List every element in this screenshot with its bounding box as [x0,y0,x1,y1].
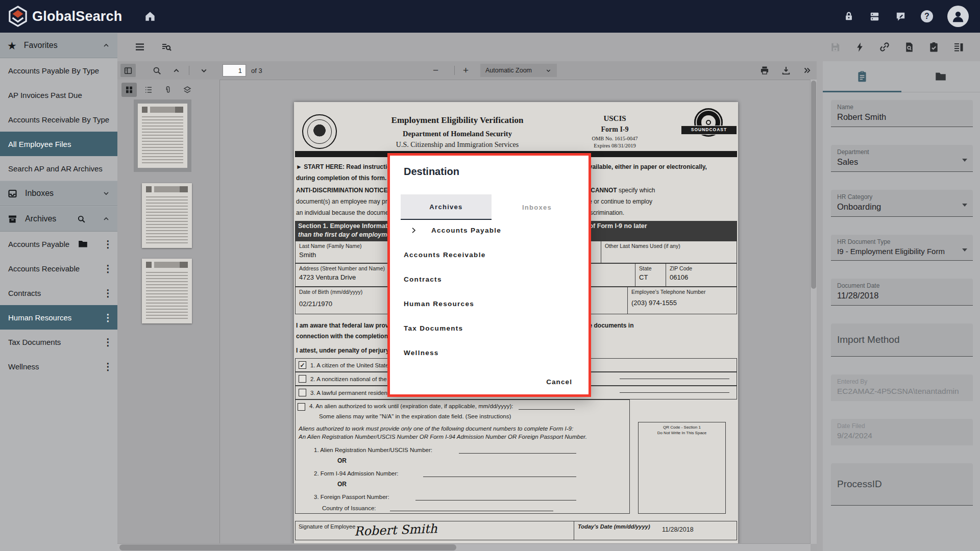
notice-bold: ANTI-DISCRIMINATION NOTICE: [296,187,390,194]
field-name[interactable]: Name Robert Smith [831,100,973,127]
document-search-icon[interactable] [903,41,915,53]
page-thumbnail-3[interactable] [142,259,192,323]
toggle-sidebar-icon[interactable] [120,64,136,77]
kebab-menu-icon[interactable]: ⋮ [103,361,111,372]
checkbox-icon[interactable] [298,403,305,411]
scrollbar-thumb[interactable] [811,81,816,289]
layers-icon[interactable] [180,83,195,97]
help-icon[interactable]: ? [921,10,933,22]
favorites-section-header[interactable]: ★ Favorites [0,33,117,58]
lock-icon[interactable] [843,11,854,22]
find-in-document-icon[interactable] [152,66,162,76]
field-label: Document Date [837,282,967,289]
destination-item-contracts[interactable]: Contracts [390,267,589,291]
menu-icon[interactable] [134,41,146,53]
field-value: Onboarding [837,202,967,212]
pdf-toolbar: of 3 − + Automatic Zoom [117,61,817,80]
destination-item-accounts-receivable[interactable]: Accounts Receivable [390,242,589,267]
zoom-level-select[interactable]: Automatic Zoom [480,64,557,77]
feedback-icon[interactable] [895,11,906,22]
archives-section-header[interactable]: Archives [0,206,117,232]
chevron-right-icon[interactable] [410,227,418,234]
search-icon[interactable] [77,214,86,224]
folder-icon [934,70,947,83]
destination-item-wellness[interactable]: Wellness [390,340,589,365]
archive-item-human-resources[interactable]: Human Resources ⋮ [0,305,117,330]
sidebar-item-accounts-receivable-by-type[interactable]: Accounts Receivable By Type [0,107,117,132]
chevron-down-icon[interactable] [102,189,110,197]
archive-item-contracts[interactable]: Contracts ⋮ [0,281,117,305]
tasks-clipboard-check-icon[interactable] [928,41,940,53]
more-tools-icon[interactable] [802,66,812,75]
tab-inboxes[interactable]: Inboxes [492,194,582,220]
sidebar-item-accounts-payable-by-type[interactable]: Accounts Payable By Type [0,58,117,83]
archive-item-tax-documents[interactable]: Tax Documents ⋮ [0,330,117,354]
previous-page-icon[interactable] [172,66,181,75]
workflow-lightning-icon[interactable] [854,41,866,53]
archive-item-wellness[interactable]: Wellness ⋮ [0,354,117,379]
destination-item-accounts-payable[interactable]: Accounts Payable [390,218,589,242]
tab-archives[interactable]: Archives [401,194,492,220]
agency-label: USCIS [578,114,652,123]
inboxes-section-header[interactable]: Inboxes [0,181,117,206]
cancel-button[interactable]: Cancel [543,378,575,386]
page-thumbnail-1-selected[interactable] [138,104,187,168]
search-results-icon[interactable] [160,41,173,53]
tab-index-fields[interactable] [823,61,901,92]
link-icon[interactable] [878,41,891,53]
vertical-scrollbar[interactable] [810,80,817,544]
field-hr-document-type[interactable]: HR Document Type I9 - Employment Eligibi… [831,235,973,261]
sidebar-item-all-employee-files[interactable]: All Employee Files [0,132,117,156]
i94-number-label: 2. Form I-94 Admission Number: [314,470,399,477]
thumbnail-preview [146,270,188,320]
checkbox-icon[interactable] [299,375,306,383]
page-thumbnail-2[interactable] [142,183,192,248]
thumbnails-view-icon[interactable] [121,83,137,97]
details-panel-icon[interactable] [952,41,965,53]
outline-view-icon[interactable] [141,83,156,97]
checkbox-label: 4. An alien authorized to work until (ex… [309,403,513,409]
sidebar-item-search-ap-and-ar-archives[interactable]: Search AP and AR Archives [0,156,117,181]
checkbox-checked-icon[interactable]: ✓ [299,361,306,369]
field-import-method[interactable]: Import Method [831,323,973,357]
field-hr-category[interactable]: HR Category Onboarding [831,190,973,217]
sidebar-item-ap-invoices-past-due[interactable]: AP Invoices Past Due [0,83,117,107]
page-number-input[interactable] [223,64,246,77]
destination-item-human-resources[interactable]: Human Resources [390,291,589,316]
kebab-menu-icon[interactable]: ⋮ [103,238,111,250]
zoom-out-icon[interactable]: − [430,64,441,77]
chevron-up-icon[interactable] [102,41,110,49]
checkbox-icon[interactable] [299,389,306,396]
scrollbar-thumb[interactable] [119,544,456,550]
kebab-menu-icon[interactable]: ⋮ [103,287,111,299]
globalsearch-logo[interactable]: GlobalSearch [0,6,122,27]
next-page-icon[interactable] [200,66,208,75]
destination-item-tax-documents[interactable]: Tax Documents [390,316,589,340]
field-label: Entered By [837,378,967,385]
download-icon[interactable] [781,65,791,76]
clipboard-icon [855,70,869,83]
thumbnail-preview [142,114,184,164]
home-icon[interactable] [143,10,157,23]
print-icon[interactable] [760,65,770,76]
save-icon[interactable] [829,41,841,53]
kebab-menu-icon[interactable]: ⋮ [103,312,111,323]
archive-item-label: Contracts [8,289,41,297]
form-subtitle-1: Department of Homeland Security [350,130,565,138]
kebab-menu-icon[interactable]: ⋮ [103,336,111,348]
user-avatar[interactable] [947,6,969,27]
help-glyph: ? [921,10,933,22]
archive-item-accounts-receivable[interactable]: Accounts Receivable ⋮ [0,256,117,281]
horizontal-scrollbar[interactable] [117,543,811,551]
kebab-menu-icon[interactable]: ⋮ [103,263,111,274]
topbar-actions: ? [843,6,980,27]
tab-folder-location[interactable] [901,61,980,92]
chevron-up-icon[interactable] [102,215,110,223]
storage-apps-icon[interactable] [869,11,880,22]
field-process-id[interactable]: ProcessID [831,463,973,506]
field-document-date[interactable]: Document Date 11/28/2018 [831,279,973,306]
archive-item-accounts-payable[interactable]: Accounts Payable ⋮ [0,232,117,256]
attachments-icon[interactable] [160,83,176,97]
zoom-in-icon[interactable]: + [460,64,471,77]
field-department[interactable]: Department Sales [831,145,973,172]
